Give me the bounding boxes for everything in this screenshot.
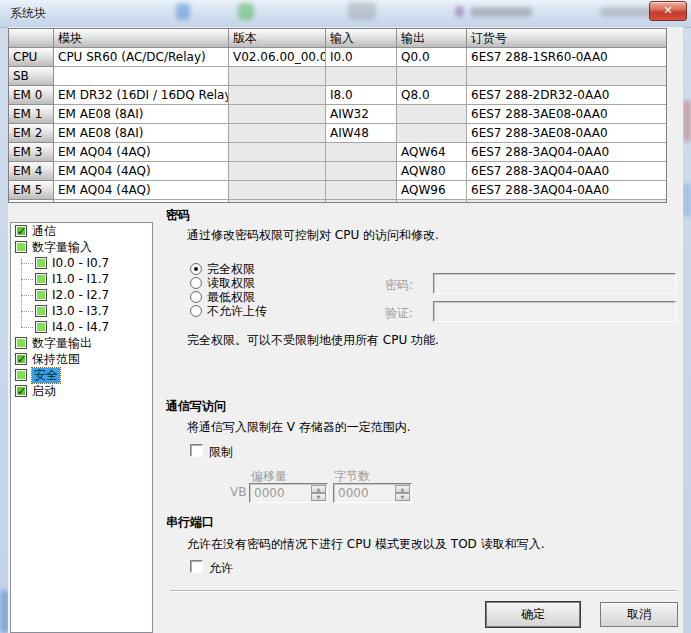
cell-version[interactable]: V02.06.00_00.00... xyxy=(229,48,326,67)
row-header-em2[interactable]: EM 2 xyxy=(9,124,54,143)
tree-item-label[interactable]: 数字量输入 xyxy=(32,240,92,255)
restrict-checkbox[interactable] xyxy=(190,444,203,457)
radio-full-privileges[interactable] xyxy=(190,263,202,275)
row-header-em4[interactable]: EM 4 xyxy=(9,162,54,181)
row-header-em5[interactable]: EM 5 xyxy=(9,181,54,200)
tree-item-label[interactable]: 保持范围 xyxy=(32,352,80,367)
cell-input[interactable] xyxy=(326,162,397,181)
cell-input[interactable]: I8.0 xyxy=(326,86,397,105)
cell-module[interactable]: EM DR32 (16DI / 16DQ Relay) xyxy=(54,86,229,105)
green-square-checkbox-icon[interactable] xyxy=(35,321,47,333)
green-square-checkbox-icon[interactable] xyxy=(15,241,27,253)
row-header-sb[interactable]: SB xyxy=(9,67,54,86)
title-bar[interactable]: 系统块 ✕ xyxy=(0,0,691,28)
cell-output[interactable]: Q8.0 xyxy=(397,86,467,105)
checked-checkbox-icon[interactable] xyxy=(15,353,27,365)
tree-item-label[interactable]: I3.0 - I3.7 xyxy=(52,304,109,319)
module-table: 模块 版本 输入 输出 订货号 CPU CPU SR60 (AC/DC/Rela… xyxy=(8,28,667,203)
cell-input[interactable]: AIW32 xyxy=(326,105,397,124)
cell-order[interactable]: 6ES7 288-3AQ04-0AA0 xyxy=(467,181,667,200)
green-square-checkbox-icon[interactable] xyxy=(35,289,47,301)
cell-order[interactable]: 6ES7 288-1SR60-0AA0 xyxy=(467,48,667,67)
tree-item-i1[interactable]: I1.0 - I1.7 xyxy=(11,272,152,287)
tree-item-label[interactable]: 通信 xyxy=(32,224,56,239)
tree-item-i0[interactable]: I0.0 - I0.7 xyxy=(11,256,152,271)
cell-module[interactable]: EM AE08 (8AI) xyxy=(54,124,229,143)
tree-item-label[interactable]: 安全 xyxy=(32,368,60,383)
radio-minimum-privileges[interactable] xyxy=(190,291,202,303)
restrict-checkbox-label[interactable]: 限制 xyxy=(209,444,233,461)
green-square-checkbox-icon[interactable] xyxy=(15,369,27,381)
cell-version[interactable] xyxy=(229,162,326,181)
col-header-version: 版本 xyxy=(229,29,326,48)
cell-version[interactable] xyxy=(229,143,326,162)
tree-item-digital-outputs[interactable]: 数字量输出 xyxy=(11,336,152,351)
checked-checkbox-icon[interactable] xyxy=(15,225,27,237)
cell-input[interactable] xyxy=(326,143,397,162)
radio-disallow-upload[interactable] xyxy=(190,305,202,317)
cell-output[interactable]: AQW96 xyxy=(397,181,467,200)
green-square-checkbox-icon[interactable] xyxy=(35,273,47,285)
tree-item-label[interactable]: I2.0 - I2.7 xyxy=(52,288,109,303)
cell-output[interactable] xyxy=(397,105,467,124)
cell-output[interactable] xyxy=(397,124,467,143)
green-square-checkbox-icon[interactable] xyxy=(15,337,27,349)
green-square-checkbox-icon[interactable] xyxy=(35,305,47,317)
tree-item-label[interactable]: I0.0 - I0.7 xyxy=(52,256,109,271)
cell-module[interactable]: CPU SR60 (AC/DC/Relay) xyxy=(54,48,229,67)
cell-output[interactable] xyxy=(397,67,467,86)
tree-item-label[interactable]: 启动 xyxy=(32,384,56,399)
cell-order[interactable]: 6ES7 288-3AE08-0AA0 xyxy=(467,124,667,143)
row-header-em0[interactable]: EM 0 xyxy=(9,86,54,105)
tree-item-security-selected[interactable]: 安全 xyxy=(11,368,152,383)
radio-disallow-upload-label[interactable]: 不允许上传 xyxy=(207,303,267,320)
cell-order[interactable]: 6ES7 288-3AE08-0AA0 xyxy=(467,105,667,124)
cell-module[interactable] xyxy=(54,67,229,86)
cell-version[interactable] xyxy=(229,105,326,124)
cell-input[interactable]: I0.0 xyxy=(326,48,397,67)
cell-version[interactable] xyxy=(229,67,326,86)
row-header-cpu[interactable]: CPU xyxy=(9,48,54,67)
cell-module[interactable]: EM AQ04 (4AQ) xyxy=(54,143,229,162)
row-header-em1[interactable]: EM 1 xyxy=(9,105,54,124)
tree-item-communication[interactable]: 通信 xyxy=(11,224,152,239)
tree-item-label[interactable]: 数字量输出 xyxy=(32,336,92,351)
cell-module[interactable]: EM AE08 (8AI) xyxy=(54,105,229,124)
system-block-dialog: 系统块 ✕ 模块 版本 输入 输出 订货号 CPU CPU SR60 (AC/D… xyxy=(0,0,691,633)
cell-output[interactable]: AQW80 xyxy=(397,162,467,181)
tree-item-digital-inputs[interactable]: 数字量输入 xyxy=(11,240,152,255)
row-header-em3[interactable]: EM 3 xyxy=(9,143,54,162)
cancel-button[interactable]: 取消 xyxy=(600,602,678,627)
cell-version[interactable] xyxy=(229,86,326,105)
close-button[interactable]: ✕ xyxy=(649,1,687,21)
cell-module[interactable]: EM AQ04 (4AQ) xyxy=(54,162,229,181)
cell-version[interactable] xyxy=(229,181,326,200)
tree-item-i2[interactable]: I2.0 - I2.7 xyxy=(11,288,152,303)
tree-item-startup[interactable]: 启动 xyxy=(11,384,152,399)
cell-order[interactable]: 6ES7 288-3AQ04-0AA0 xyxy=(467,162,667,181)
ok-button[interactable]: 确定 xyxy=(486,602,580,627)
cell-input[interactable] xyxy=(326,67,397,86)
allow-checkbox-label[interactable]: 允许 xyxy=(209,560,233,577)
cell-output[interactable]: AQW64 xyxy=(397,143,467,162)
cell-order[interactable]: 6ES7 288-3AQ04-0AA0 xyxy=(467,143,667,162)
cell-input[interactable] xyxy=(326,181,397,200)
cell-output[interactable]: Q0.0 xyxy=(397,48,467,67)
cell-module[interactable]: EM AQ04 (4AQ) xyxy=(54,181,229,200)
cell-order[interactable] xyxy=(467,67,667,86)
password-field-label: 密码: xyxy=(348,277,413,294)
cell-input[interactable]: AIW48 xyxy=(326,124,397,143)
tree-item-i4[interactable]: I4.0 - I4.7 xyxy=(11,320,152,335)
allow-checkbox[interactable] xyxy=(190,560,203,573)
tree-item-i3[interactable]: I3.0 - I3.7 xyxy=(11,304,152,319)
spin-up-icon xyxy=(395,485,410,493)
cell-order[interactable]: 6ES7 288-2DR32-0AA0 xyxy=(467,86,667,105)
tree-item-label[interactable]: I1.0 - I1.7 xyxy=(52,272,109,287)
cell-version[interactable] xyxy=(229,124,326,143)
checked-checkbox-icon[interactable] xyxy=(15,385,27,397)
tree-item-retentive-ranges[interactable]: 保持范围 xyxy=(11,352,152,367)
dialog-client-area: 模块 版本 输入 输出 订货号 CPU CPU SR60 (AC/DC/Rela… xyxy=(8,27,683,633)
green-square-checkbox-icon[interactable] xyxy=(35,257,47,269)
tree-item-label[interactable]: I4.0 - I4.7 xyxy=(52,320,109,335)
radio-read-privileges[interactable] xyxy=(190,277,202,289)
